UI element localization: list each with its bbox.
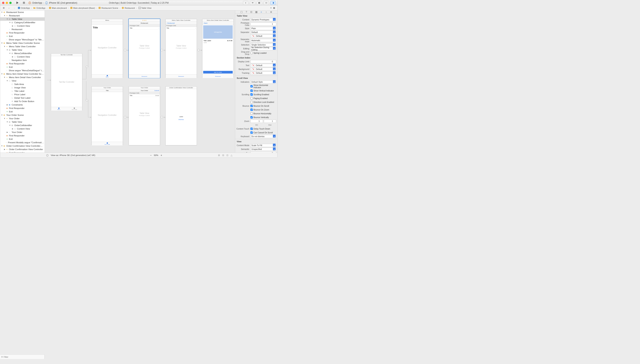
minimize-window[interactable] <box>6 2 8 4</box>
breadcrumb-folder[interactable]: OrderApp <box>33 7 46 9</box>
outline-row[interactable]: ▼▤MenuCellIdentifier <box>0 52 45 55</box>
attributes-inspector-tab[interactable]: ▦ <box>255 10 258 13</box>
scene-menu[interactable]: Menu Table View Controller ‹ Restaurant … <box>165 19 197 78</box>
outline-row[interactable]: ▼●Menu Item Detail View Controller <box>0 76 45 79</box>
zoom-min-field[interactable]: 1 <box>250 120 263 123</box>
outline-row[interactable]: ➔Exit <box>0 34 45 38</box>
separator-color-select[interactable]: Default <box>250 34 276 38</box>
breadcrumb-tableview[interactable]: Table View <box>138 7 152 9</box>
prototype-cells-field[interactable]: 1 <box>250 22 276 26</box>
outline-row[interactable]: ▶▢Content View <box>0 24 45 28</box>
outline-row[interactable]: ▼▤Table View <box>0 17 45 21</box>
index-text-select[interactable]: Default <box>250 64 276 67</box>
scene-nav-menu[interactable]: Menu Title Navigation Controller Menu <box>92 19 123 78</box>
tag-field[interactable]: 0 <box>250 152 276 153</box>
breadcrumb-scene[interactable]: Restaurant Scene <box>98 7 119 9</box>
code-review-button[interactable]: ⇔ <box>250 1 255 5</box>
outline-row[interactable]: ▼▤CategoryCellIdentifier <box>0 21 45 24</box>
outline-row[interactable]: ▼▦Order Confirmation View Controller… <box>0 144 45 148</box>
style-select[interactable]: Plain <box>250 27 276 30</box>
outline-row[interactable]: ▢Image View <box>0 86 45 89</box>
scene-nav-order[interactable]: Your Order Title Navigation Controller Y… <box>92 86 123 145</box>
outline-row[interactable]: ◉First Responder <box>0 62 45 65</box>
adjust-editor-button[interactable]: ▦ <box>273 7 275 9</box>
outline-row[interactable]: ◉First Responder <box>0 31 45 34</box>
bounce-v-checkbox[interactable]: Bounce Vertically <box>250 116 269 118</box>
keyboard-select[interactable]: Do not dismiss <box>250 135 276 138</box>
outline-row[interactable]: ▼▢View <box>0 79 45 82</box>
tab-menu[interactable]: Menu <box>51 107 67 111</box>
display-limit-field[interactable]: 0 <box>250 60 276 63</box>
add-to-order-button[interactable]: Add To Order <box>203 71 233 74</box>
editor-options-button[interactable]: ≡ <box>270 7 272 9</box>
outline-row[interactable]: LDetail Text Label <box>0 96 45 100</box>
inspector-tabs[interactable]: ▢ ? ⊟ ▦ ⟐ ↕ ⊕ <box>235 10 277 14</box>
separator-select[interactable]: Default <box>250 31 276 34</box>
outline-row[interactable]: ▶▦Constraints <box>0 103 45 106</box>
breadcrumb-storyboard[interactable]: Main.storyboard <box>49 7 67 9</box>
outline-row[interactable]: ▼▦Menu Table View Controller Scene <box>0 41 45 45</box>
related-items-button[interactable]: ⊞ <box>1 6 6 10</box>
breadcrumb-base[interactable]: Main.storyboard (Base) <box>70 7 95 9</box>
semantic-select[interactable]: Unspecified <box>250 148 276 151</box>
outline-row[interactable]: ○Present Modally segue "Confirmati… <box>0 141 45 144</box>
scene-restaurant[interactable]: ●●● Restaurant Prototype Cells Title› Ta… <box>129 19 160 78</box>
outline-row[interactable]: ▼▦Your Order Scene <box>0 113 45 117</box>
scrolling-enabled-checkbox[interactable]: Scrolling Enabled <box>250 93 269 96</box>
scene-your-order[interactable]: Your Order Your OrderSubmit Prototype Ce… <box>129 86 160 145</box>
bounce-scroll-checkbox[interactable]: Bounce On Scroll <box>250 105 269 107</box>
scene-confirmation[interactable]: Order Confirmation View Controller Label… <box>165 86 197 145</box>
forward-button[interactable]: › <box>12 6 17 10</box>
outline-row[interactable]: ○Show segue "MenuSegue" to "Me… <box>0 38 45 41</box>
show-v-indicator-checkbox[interactable]: Show Vertical Indicator <box>250 90 274 92</box>
separator-inset-select[interactable]: Automatic <box>250 39 276 42</box>
outline-row[interactable]: ◉First Responder <box>0 151 45 152</box>
delay-touch-checkbox[interactable]: Delay Touch Down <box>250 128 270 130</box>
content-mode-select[interactable]: Scale To Fill <box>250 144 276 147</box>
outline-row[interactable]: ▼▦Menu Item Detail View Controller Sc… <box>0 72 45 76</box>
device-config-button[interactable]: ▢ <box>46 154 49 156</box>
breadcrumb-vc[interactable]: Restaurant <box>121 7 135 9</box>
show-h-indicator-checkbox[interactable]: Show Horizontal Indicator <box>250 84 276 88</box>
tab-order[interactable]: Your Order <box>67 107 82 111</box>
close-window[interactable] <box>2 2 5 4</box>
toggle-debug-button[interactable]: ▭ <box>264 1 269 5</box>
stop-button[interactable] <box>22 1 26 4</box>
scene-tabbar[interactable]: Tab Bar Controller Tab Bar Controller Me… <box>51 53 82 110</box>
outline-row[interactable]: ▶●Order Confirmation View Controller <box>0 148 45 151</box>
scheme-selector[interactable]: OrderApp › iPhone SE (2nd generation) <box>29 2 77 4</box>
zoom-in-button[interactable]: + <box>158 154 164 157</box>
toggle-navigator-button[interactable]: ◧ <box>257 1 262 5</box>
outline-row[interactable]: BAdd To Order Button <box>0 100 45 103</box>
indicators-select[interactable]: Default Style <box>250 80 276 84</box>
outline-row[interactable]: ➔Exit <box>0 65 45 69</box>
help-inspector-tab[interactable]: ? <box>245 10 248 13</box>
editing-select[interactable]: No Selection During Editing <box>250 47 276 50</box>
outline-row[interactable]: ▼●Your Order <box>0 117 45 120</box>
zoom-out-button[interactable]: − <box>148 154 154 157</box>
zoom-window[interactable] <box>9 2 12 4</box>
direction-lock-checkbox[interactable]: Direction Lock Enabled <box>250 101 274 103</box>
index-background-select[interactable]: Default <box>250 68 276 71</box>
selection-select[interactable]: Single Selection <box>250 43 276 46</box>
size-inspector-tab[interactable]: ⟐ <box>260 10 263 13</box>
outline-row[interactable]: ‹Navigation Item <box>0 58 45 62</box>
outline-row[interactable]: ▶▢Content View <box>0 55 45 58</box>
file-inspector-tab[interactable]: ▢ <box>240 10 243 13</box>
outline-row[interactable]: ▶‹Your Order <box>0 130 45 134</box>
index-tracking-select[interactable]: Default <box>250 72 276 75</box>
content-select[interactable]: Dynamic Prototypes <box>250 18 276 21</box>
back-button[interactable]: ‹ <box>7 6 11 10</box>
zoom-max-field[interactable]: 1 <box>264 120 276 123</box>
bounce-h-checkbox[interactable]: Bounce Horizontally <box>250 112 271 115</box>
dismiss-button[interactable]: Dismiss <box>166 119 197 120</box>
connections-inspector-tab[interactable]: ↕ <box>265 10 268 13</box>
outline-row[interactable]: ▼●Menu Table View Controller <box>0 45 45 48</box>
paging-enabled-checkbox[interactable]: Paging Enabled <box>250 97 268 100</box>
view-as-label[interactable]: View as: iPhone SE (2nd generation) (wC … <box>51 154 95 156</box>
resolve-button[interactable]: △ <box>230 154 234 156</box>
outline-row[interactable]: ◉First Responder <box>0 134 45 137</box>
embed-button[interactable]: ⊞ <box>217 154 221 156</box>
outline-row[interactable]: ➔Exit <box>0 110 45 113</box>
breadcrumb-project[interactable]: OrderApp <box>17 7 30 9</box>
